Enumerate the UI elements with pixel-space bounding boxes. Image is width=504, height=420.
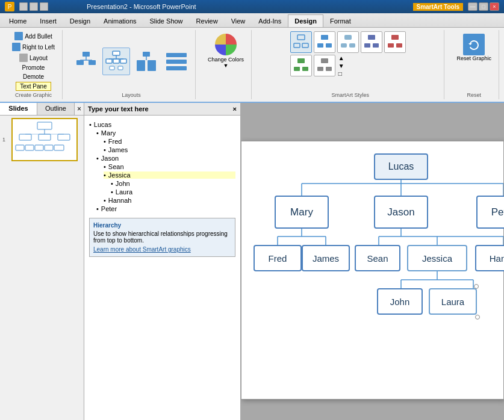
add-bullet-btn[interactable]: Add Bullet (12, 31, 55, 41)
save-icon[interactable] (19, 2, 28, 11)
slide-1-thumbnail[interactable] (11, 118, 78, 161)
tab-format[interactable]: Format (323, 14, 358, 27)
redo-icon[interactable] (40, 2, 48, 11)
svg-rect-48 (45, 145, 53, 150)
quick-access-toolbar (19, 2, 48, 11)
item-james: James (104, 146, 235, 153)
add-bullet-icon (14, 32, 23, 40)
tab-design[interactable]: Design (63, 14, 97, 27)
tab-addins[interactable]: Add-Ins (252, 14, 288, 27)
layout-btn-3[interactable] (132, 48, 160, 75)
item-sean: Sean (104, 163, 235, 170)
maximize-btn[interactable]: □ (479, 2, 488, 11)
slide-number: 1 (2, 137, 5, 143)
org-node-sean[interactable]: Sean (355, 245, 400, 271)
smartart-style-7[interactable] (314, 55, 335, 76)
styles-expand[interactable]: □ (338, 70, 344, 77)
reset-graphic-btn[interactable]: Reset Graphic (454, 31, 494, 64)
item-laura: Laura (111, 188, 235, 196)
selection-handle-2 (475, 315, 480, 320)
item-fred: Fred (104, 138, 235, 145)
tab-slideshow[interactable]: Slide Show (143, 14, 190, 27)
org-node-lucas[interactable]: Lucas (374, 153, 428, 180)
smartart-tools-label: SmartArt Tools (413, 3, 464, 11)
smartart-style-3[interactable] (337, 31, 359, 53)
org-node-laura[interactable]: Laura (429, 288, 477, 315)
svg-rect-25 (326, 43, 332, 48)
smartart-style-4[interactable] (361, 31, 382, 53)
tab-view[interactable]: View (225, 14, 252, 27)
text-pane-close-btn[interactable]: × (233, 105, 237, 113)
tab-design-smartart[interactable]: Design (288, 14, 323, 27)
svg-rect-8 (120, 59, 126, 63)
org-node-mary[interactable]: Mary (275, 196, 329, 229)
org-node-jessica[interactable]: Jessica (407, 245, 467, 271)
tab-insert[interactable]: Insert (33, 14, 63, 27)
svg-rect-15 (148, 60, 156, 71)
styles-scroll-up[interactable]: ▲ (338, 55, 344, 61)
svg-rect-5 (113, 51, 120, 55)
org-node-fred[interactable]: Fred (254, 245, 302, 271)
tab-animations[interactable]: Animations (97, 14, 143, 27)
layout-btn-4[interactable] (163, 48, 190, 75)
minimize-btn[interactable]: — (468, 2, 478, 11)
list-item: James (89, 146, 235, 154)
layouts-label: Layouts (122, 92, 141, 98)
org-node-john[interactable]: John (377, 288, 423, 315)
main-area: Slides Outline × 1 (0, 103, 504, 420)
promote-btn[interactable]: Promote (20, 64, 48, 72)
org-node-peter[interactable]: Peter (476, 196, 504, 229)
svg-rect-24 (317, 43, 323, 48)
svg-rect-33 (388, 43, 394, 48)
list-item: Hannah (89, 196, 235, 205)
text-pane-btn[interactable]: Text Pane (16, 82, 51, 91)
learn-more-link[interactable]: Learn more about SmartArt graphics (93, 246, 191, 253)
sidebar-close-btn[interactable]: × (75, 103, 84, 115)
tab-slides[interactable]: Slides (0, 103, 37, 115)
svg-rect-6 (106, 59, 112, 63)
svg-rect-2 (89, 60, 96, 65)
right-to-left-btn[interactable]: Right to Left (10, 42, 57, 52)
smartart-style-1[interactable] (290, 31, 312, 53)
create-graphic-label: Create Graphic (15, 92, 52, 98)
ribbon-group-change-colors: Change Colors ▼ (201, 30, 252, 99)
layout-icon-2 (105, 51, 127, 72)
org-node-james[interactable]: James (302, 245, 350, 271)
org-node-hannah[interactable]: Hannah (475, 245, 504, 271)
layout-btn-2[interactable] (102, 48, 130, 75)
svg-rect-21 (294, 43, 300, 48)
org-node-jason[interactable]: Jason (374, 196, 428, 229)
org-chart: Lucas Mary Jason Peter Fred James Sean J… (241, 141, 503, 399)
ribbon-group-layouts: Layouts (67, 30, 196, 99)
list-item: Jessica (89, 171, 235, 179)
change-colors-btn[interactable]: Change Colors ▼ (205, 31, 246, 71)
app-icon: P (5, 2, 14, 11)
text-pane: Type your text here × Lucas Mary Fred (84, 103, 241, 420)
svg-rect-29 (368, 35, 375, 40)
svg-rect-37 (302, 67, 308, 71)
svg-rect-45 (16, 145, 24, 150)
svg-rect-1 (76, 60, 84, 65)
tab-home[interactable]: Home (2, 14, 33, 27)
smartart-style-6[interactable] (290, 55, 312, 76)
tab-outline[interactable]: Outline (37, 103, 75, 115)
change-colors-icon (215, 34, 237, 55)
svg-rect-36 (294, 67, 300, 71)
smartart-style-5[interactable] (384, 31, 406, 53)
svg-rect-0 (82, 52, 90, 57)
window-controls[interactable]: — □ × (468, 2, 499, 11)
styles-scroll-down[interactable]: ▼ (338, 63, 344, 69)
undo-icon[interactable] (30, 2, 38, 11)
close-btn[interactable]: × (490, 2, 499, 11)
tab-review[interactable]: Review (190, 14, 225, 27)
ribbon-group-smartart-styles: ▲ ▼ □ SmartArt Styles (257, 30, 445, 99)
svg-rect-12 (118, 66, 123, 70)
reset-label: Reset (467, 92, 481, 98)
demote-btn[interactable]: Demote (20, 73, 46, 81)
svg-rect-31 (373, 43, 379, 48)
svg-rect-11 (110, 66, 114, 70)
slide-canvas[interactable]: Lucas Mary Jason Peter Fred James Sean J… (241, 141, 504, 400)
smartart-style-2[interactable] (314, 31, 335, 53)
layout-btn[interactable]: Layout (17, 53, 50, 63)
layout-btn-1[interactable] (72, 48, 100, 75)
